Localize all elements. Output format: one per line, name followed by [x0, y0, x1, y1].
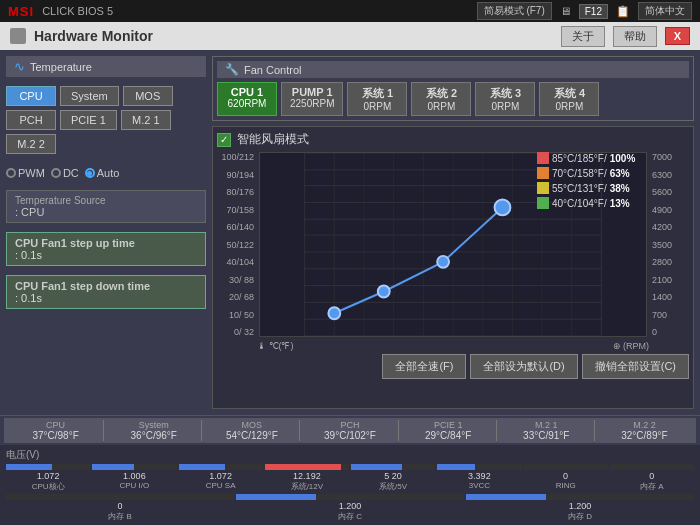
fan-item-sys1[interactable]: 系统 1 0RPM	[347, 82, 407, 116]
bottom-buttons: 全部全速(F) 全部设为默认(D) 撤销全部设置(C)	[217, 351, 689, 382]
temp-btn-pch[interactable]: PCH	[6, 110, 56, 130]
page-title: Hardware Monitor	[34, 28, 553, 44]
status-pch-val: 39°C/102°F	[304, 430, 395, 441]
f12-button[interactable]: F12	[579, 4, 608, 19]
about-button[interactable]: 关于	[561, 26, 605, 47]
voltage-mem-a: 0 内存 A	[610, 464, 694, 492]
voltage-bar-6	[437, 464, 475, 470]
fan-item-cpu1[interactable]: CPU 1 620RPM	[217, 82, 277, 116]
fan-item-pump1[interactable]: PUMP 1 2250RPM	[281, 82, 343, 116]
fan-sys2-rpm: 0RPM	[420, 101, 462, 112]
voltage-name-8: 内存 A	[640, 481, 664, 492]
set-default-button[interactable]: 全部设为默认(D)	[470, 354, 577, 379]
fan-item-sys3[interactable]: 系统 3 0RPM	[475, 82, 535, 116]
language-button[interactable]: 简体中文	[638, 2, 692, 20]
dc-radio-label[interactable]: DC	[51, 167, 79, 179]
pwm-radio-label[interactable]: PWM	[6, 167, 45, 179]
voltage-cpu-core: 1.072 CPU核心	[6, 464, 90, 492]
smart-fan-checkbox[interactable]: ✓	[217, 133, 231, 147]
step-down-label: CPU Fan1 step down time	[15, 280, 197, 292]
voltage-bar-container-9	[6, 494, 234, 500]
voltage-3vcc: 3.392 3VCC	[437, 464, 521, 492]
status-m21-val: 33°C/91°F	[501, 430, 592, 441]
close-button[interactable]: X	[665, 27, 690, 45]
mode-button[interactable]: 简易模式 (F7)	[477, 2, 552, 20]
status-pcie1-label: PCIE 1	[403, 420, 494, 430]
step-down-value: : 0.1s	[15, 292, 197, 304]
temp-indicator-2: 70°C/158°F/ 63%	[537, 167, 647, 179]
voltage-sys12v: 12.192 系统/12V	[265, 464, 349, 492]
voltage-name-9: 内存 B	[108, 511, 132, 522]
fan-pump1-name: PUMP 1	[290, 86, 334, 98]
status-system-val: 36°C/96°F	[108, 430, 199, 441]
temp-btn-pcie1[interactable]: PCIE 1	[60, 110, 117, 130]
status-cpu: CPU 37°C/98°F	[8, 420, 104, 441]
right-panel: 🔧 Fan Control CPU 1 620RPM PUMP 1 2250RP…	[212, 56, 694, 409]
fan-sys1-name: 系统 1	[356, 86, 398, 101]
temp-color-2	[537, 167, 549, 179]
dc-radio[interactable]	[51, 168, 61, 178]
screenshot-icon: 📋	[616, 5, 630, 18]
chart-x-axis-labels: 🌡 ℃(℉) ⊕ (RPM)	[257, 339, 649, 351]
status-mos: MOS 54°C/129°F	[204, 420, 300, 441]
status-system-label: System	[108, 420, 199, 430]
voltage-section: 电压(V) 1.072 CPU核心 1.006 CPU I/O 1	[0, 445, 700, 525]
svg-point-23	[328, 307, 340, 319]
step-up-box: CPU Fan1 step up time : 0.1s	[6, 232, 206, 266]
temp-text-4: 40°C/104°F/	[552, 198, 607, 209]
voltage-name-6: 3VCC	[469, 481, 490, 490]
svg-point-26	[495, 199, 511, 215]
status-cpu-label: CPU	[10, 420, 101, 430]
auto-radio-label[interactable]: Auto	[85, 167, 120, 179]
temp-btn-m21[interactable]: M.2 1	[121, 110, 171, 130]
voltage-val-9: 0	[117, 501, 122, 511]
status-m22-label: M.2 2	[599, 420, 690, 430]
voltage-name-1: CPU核心	[32, 481, 65, 492]
temp-btn-mos[interactable]: MOS	[123, 86, 173, 106]
fan-cpu1-rpm: 620RPM	[226, 98, 268, 109]
full-speed-button[interactable]: 全部全速(F)	[382, 354, 466, 379]
fan-sys3-rpm: 0RPM	[484, 101, 526, 112]
temp-btn-system[interactable]: System	[60, 86, 119, 106]
temp-indicator-4: 40°C/104°F/ 13%	[537, 197, 647, 209]
product-name: CLICK BIOS 5	[42, 5, 113, 17]
temp-btn-cpu[interactable]: CPU	[6, 86, 56, 106]
fan-item-sys2[interactable]: 系统 2 0RPM	[411, 82, 471, 116]
voltage-val-11: 1.200	[569, 501, 592, 511]
fan-sys4-rpm: 0RPM	[548, 101, 590, 112]
fan-icon: 🔧	[225, 63, 239, 76]
voltage-bar-container-6	[437, 464, 521, 470]
temp-color-3	[537, 182, 549, 194]
voltage-val-1: 1.072	[37, 471, 60, 481]
temp-indicators: 85°C/185°F/ 100% 70°C/158°F/ 63% 55°C/13…	[537, 152, 647, 209]
voltage-bar-4	[265, 464, 341, 470]
voltage-label: 电压(V)	[6, 448, 694, 462]
voltage-val-2: 1.006	[123, 471, 146, 481]
chart-y-axis-left: 100/212 90/194 80/176 70/158 60/140 50/1…	[217, 152, 257, 337]
fan-item-sys4[interactable]: 系统 4 0RPM	[539, 82, 599, 116]
status-pch-label: PCH	[304, 420, 395, 430]
temp-source-label: Temperature Source	[15, 195, 197, 206]
step-up-label: CPU Fan1 step up time	[15, 237, 197, 249]
temp-btn-m22[interactable]: M.2 2	[6, 134, 56, 154]
voltage-bar-container-1	[6, 464, 90, 470]
thermometer-icon: 🌡 ℃(℉)	[257, 341, 294, 351]
fan-control-label: Fan Control	[244, 64, 301, 76]
step-up-value: : 0.1s	[15, 249, 197, 261]
voltage-mem-d: 1.200 内存 D	[466, 494, 694, 522]
temp-indicator-3: 55°C/131°F/ 38%	[537, 182, 647, 194]
help-button[interactable]: 帮助	[613, 26, 657, 47]
temperature-buttons: CPU System MOS PCH PCIE 1 M.2 1 M.2 2	[6, 82, 206, 158]
smart-fan-area: ✓ 智能风扇模式 100/212 90/194 80/176 70/158 60…	[212, 126, 694, 409]
voltage-mem-c: 1.200 内存 C	[236, 494, 464, 522]
voltage-bar-3	[179, 464, 225, 470]
dc-label: DC	[63, 167, 79, 179]
voltage-name-11: 内存 D	[568, 511, 592, 522]
auto-radio[interactable]	[85, 168, 95, 178]
pwm-radio[interactable]	[6, 168, 16, 178]
voltage-bar-container-3	[179, 464, 263, 470]
cancel-all-button[interactable]: 撤销全部设置(C)	[582, 354, 689, 379]
msi-logo: MSI	[8, 4, 34, 19]
temp-status-row: CPU 37°C/98°F System 36°C/96°F MOS 54°C/…	[4, 418, 696, 443]
window-title-bar: Hardware Monitor 关于 帮助 X	[0, 22, 700, 50]
